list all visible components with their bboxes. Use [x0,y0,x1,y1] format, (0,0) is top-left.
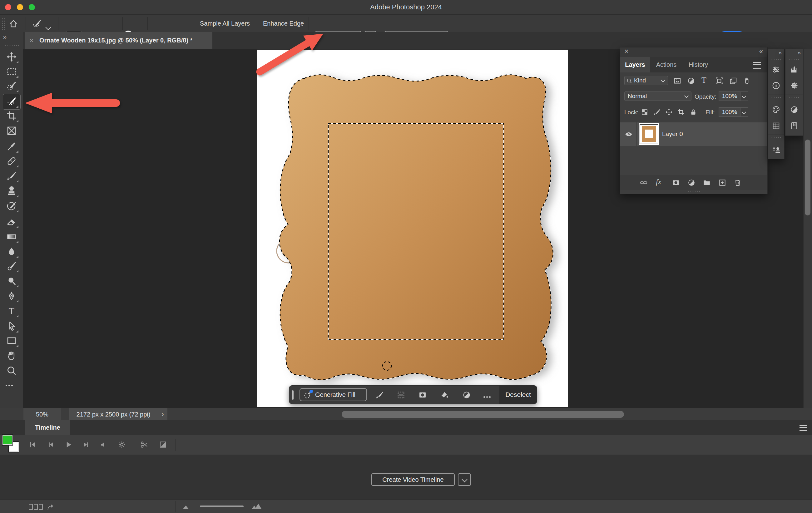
filter-toggle-icon[interactable] [743,77,751,85]
blur-tool[interactable] [6,246,17,257]
timeline-tab[interactable]: Timeline [25,420,70,435]
clone-stamp-tool[interactable] [6,186,17,197]
select-and-mask-brush-icon[interactable] [375,391,384,399]
layer-visibility-eye-icon[interactable] [624,130,633,139]
frame-tool[interactable] [6,125,17,136]
tool-preset-icon[interactable] [32,19,42,29]
dock1-expand-icon[interactable]: » [768,49,784,57]
document-tab[interactable]: × Ornate Wooden 19x15.jpg @ 50% (Layer 0… [25,32,212,49]
info-panel-icon[interactable] [772,81,780,90]
layer-thumbnail[interactable] [640,124,658,144]
horizontal-scrollbar[interactable] [342,411,624,418]
create-video-timeline-button[interactable]: Create Video Timeline [371,473,455,486]
filter-pixel-layers-icon[interactable] [673,77,682,85]
link-layers-icon[interactable] [640,179,648,187]
generative-fill-button[interactable]: Generative Fill [299,388,367,401]
previous-frame-button[interactable] [46,440,55,449]
first-frame-button[interactable] [28,440,37,449]
move-tool[interactable] [6,52,17,62]
tools-panel-grip[interactable] [4,44,19,47]
dock2-expand-icon[interactable]: » [785,49,803,57]
lock-position-icon[interactable] [665,108,673,116]
tab-actions[interactable]: Actions [650,57,683,72]
selection-brush-tool[interactable] [6,81,17,91]
adjustments-panel-icon[interactable] [790,105,799,114]
eyedropper-tool[interactable] [6,141,17,152]
pen-tool[interactable] [6,291,17,301]
status-chevron-icon[interactable]: › [158,408,167,421]
histogram-panel-icon[interactable] [790,65,799,74]
panel-resize-grip[interactable] [687,191,701,193]
zoom-out-thumbnails-icon[interactable] [183,506,188,509]
lock-pixels-icon[interactable] [654,108,661,116]
lock-artboard-icon[interactable] [677,108,685,116]
more-options-icon[interactable] [484,394,492,400]
options-bar-grip[interactable] [2,18,5,30]
brush-tool[interactable] [6,171,17,181]
eraser-tool[interactable] [6,216,17,227]
tab-layers[interactable]: Layers [620,57,650,72]
fill-selection-icon[interactable] [440,391,449,399]
panel-close-icon[interactable]: × [624,47,629,56]
export-icon[interactable] [46,503,55,511]
color-panel-icon[interactable] [772,105,780,114]
kind-filter-dropdown[interactable]: Kind [624,76,668,85]
vertical-scrollbar-track[interactable] [803,49,812,408]
blend-mode-dropdown[interactable]: Normal [624,91,692,101]
fill-chevron[interactable] [740,108,748,117]
spot-healing-brush-tool[interactable] [6,156,17,167]
layers-panel-menu-icon[interactable] [753,62,761,69]
new-adjustment-layer-icon[interactable] [687,179,696,187]
vertical-scrollbar-thumb[interactable] [805,140,810,215]
home-button[interactable] [9,19,18,28]
foreground-color-swatch[interactable] [2,435,12,445]
properties-panel-icon[interactable] [772,65,780,74]
tools-panel-expand-icon[interactable]: » [3,33,7,40]
libraries-panel-icon[interactable] [790,121,799,130]
timeline-settings-gear-icon[interactable] [117,440,126,449]
mixer-brush-tool[interactable] [6,261,17,271]
document-size-status[interactable]: 2172 px x 2500 px (72 ppi) [69,408,158,421]
layer-name[interactable]: Layer 0 [662,122,683,146]
panel-collapse-icon[interactable]: « [759,48,763,56]
gradient-tool[interactable] [6,231,17,242]
new-group-icon[interactable] [703,179,711,187]
play-button[interactable] [64,440,73,449]
add-mask-icon[interactable] [672,179,680,187]
fill-value-field[interactable]: 100% [719,108,741,117]
scissors-icon[interactable] [140,440,149,449]
more-tools-button[interactable] [6,383,16,393]
crop-tool[interactable] [6,111,17,121]
hand-tool[interactable] [6,350,17,361]
new-layer-icon[interactable] [718,179,726,187]
opacity-value-field[interactable]: 100% [719,91,741,101]
zoom-tool[interactable] [6,365,17,376]
swatches-panel-icon[interactable] [772,121,780,130]
layer-effects-icon[interactable]: fx [656,178,661,186]
create-video-timeline-dropdown[interactable] [458,473,471,486]
rectangular-marquee-tool[interactable] [6,66,17,77]
zoom-level-field[interactable]: 50% [23,408,61,421]
delete-layer-icon[interactable] [734,179,742,187]
quick-selection-tool[interactable] [6,96,17,107]
layer-row[interactable]: Layer 0 [620,122,767,146]
dodge-tool[interactable] [6,276,17,286]
new-adjustment-icon[interactable] [462,391,471,399]
lock-all-icon[interactable] [690,108,697,116]
deselect-button[interactable]: Deselect [499,386,537,404]
document-view[interactable] [257,50,568,407]
tab-close-icon[interactable]: × [29,32,34,49]
path-selection-tool[interactable] [6,321,17,332]
tab-history[interactable]: History [683,57,714,72]
create-mask-icon[interactable] [418,391,427,399]
rectangle-tool[interactable] [6,335,17,346]
frames-view-icon[interactable] [29,504,43,510]
filter-shape-layers-icon[interactable] [715,77,723,85]
transition-icon[interactable] [158,440,167,449]
type-tool[interactable]: T [6,306,17,316]
tool-preset-chevron-icon[interactable] [46,25,50,31]
thumbnail-size-slider[interactable] [200,506,243,507]
task-bar-drag-handle[interactable] [292,390,294,400]
opacity-chevron[interactable] [740,91,748,101]
navigator-panel-icon[interactable] [790,81,799,90]
